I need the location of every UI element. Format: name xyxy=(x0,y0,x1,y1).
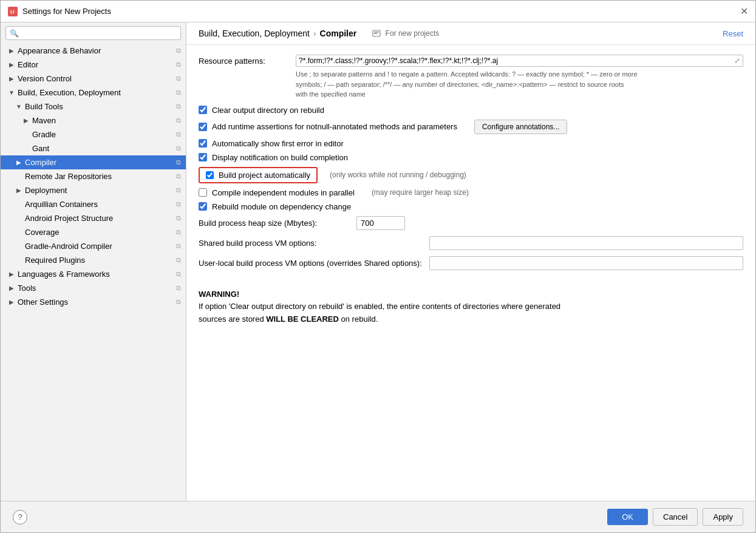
bottom-left: ? xyxy=(13,510,27,525)
configure-annotations-button[interactable]: Configure annotations... xyxy=(474,120,567,134)
checkbox-rebuild-dependency-label: Rebuild module on dependency change xyxy=(212,202,351,211)
checkbox-rebuild-dependency[interactable] xyxy=(199,202,207,211)
arrow-compiler: ▶ xyxy=(15,159,22,166)
copy-icon-other-settings[interactable]: ⧉ xyxy=(176,298,181,306)
resource-patterns-input[interactable] xyxy=(299,56,732,65)
sidebar-item-build-tools[interactable]: ▼ Build Tools ⧉ xyxy=(1,100,186,114)
copy-icon-deployment[interactable]: ⧉ xyxy=(176,186,181,194)
close-button[interactable]: ✕ xyxy=(740,7,748,16)
sidebar-label-other-settings: Other Settings xyxy=(18,297,68,307)
sidebar-item-coverage[interactable]: ▶ Coverage ⧉ xyxy=(1,225,186,239)
warning-text: If option 'Clear output directory on reb… xyxy=(199,300,743,326)
sidebar-item-other-settings[interactable]: ▶ Other Settings ⧉ xyxy=(1,295,186,309)
sidebar-label-required-plugins: Required Plugins xyxy=(25,256,85,265)
copy-icon-arquillian[interactable]: ⧉ xyxy=(176,200,181,208)
sidebar-item-gradle[interactable]: ▶ Gradle ⧉ xyxy=(1,127,186,141)
resource-patterns-input-box: ⤢ xyxy=(296,55,743,67)
cancel-button[interactable]: Cancel xyxy=(653,508,698,526)
app-icon: IJ xyxy=(8,7,18,16)
arrow-appearance: ▶ xyxy=(8,47,15,54)
reset-link[interactable]: Reset xyxy=(723,29,743,38)
warning-title: WARNING! xyxy=(199,288,743,301)
arrow-editor: ▶ xyxy=(8,61,15,68)
compile-parallel-note: (may require larger heap size) xyxy=(372,188,469,197)
sidebar-item-maven[interactable]: ▶ Maven ⧉ xyxy=(1,114,186,127)
sidebar-item-arquillian[interactable]: ▶ Arquillian Containers ⧉ xyxy=(1,197,186,211)
checkbox-runtime-assertions-label: Add runtime assertions for notnull-annot… xyxy=(212,122,457,131)
ok-button[interactable]: OK xyxy=(607,509,648,525)
bottom-bar: ? OK Cancel Apply xyxy=(1,501,755,532)
user-vm-input[interactable] xyxy=(429,256,743,270)
checkbox-runtime-assertions-row: Add runtime assertions for notnull-annot… xyxy=(199,120,743,134)
copy-icon-languages[interactable]: ⧉ xyxy=(176,270,181,278)
sidebar-item-remote-jar[interactable]: ▶ Remote Jar Repositories ⧉ xyxy=(1,169,186,183)
arrow-tools: ▶ xyxy=(8,285,15,291)
sidebar-item-build-execution[interactable]: ▼ Build, Execution, Deployment ⧉ xyxy=(1,86,186,100)
checkbox-compile-parallel-label: Compile independent modules in parallel xyxy=(212,188,355,197)
sidebar: 🔍 ▶ Appearance & Behavior ⧉ ▶ Editor ⧉ xyxy=(1,22,186,501)
sidebar-label-gradle: Gradle xyxy=(32,130,56,139)
copy-icon-required-plugins[interactable]: ⧉ xyxy=(176,256,181,264)
checkbox-show-first-error[interactable] xyxy=(199,139,207,148)
breadcrumb-separator: › xyxy=(313,29,316,38)
resource-patterns-row: Resource patterns: ⤢ Use ; to separate p… xyxy=(199,55,743,100)
arrow-maven: ▶ xyxy=(22,117,30,124)
checkbox-show-first-error-label: Automatically show first error in editor xyxy=(212,139,344,148)
resource-patterns-input-wrap: ⤢ Use ; to separate patterns and ! to ne… xyxy=(296,55,743,100)
search-input[interactable] xyxy=(21,29,177,38)
checkbox-rebuild-dependency-row: Rebuild module on dependency change xyxy=(199,202,743,211)
sidebar-label-arquillian: Arquillian Containers xyxy=(25,200,98,209)
copy-icon-tools[interactable]: ⧉ xyxy=(176,284,181,292)
breadcrumb: Build, Execution, Deployment › Compiler … xyxy=(199,29,439,38)
sidebar-item-required-plugins[interactable]: ▶ Required Plugins ⧉ xyxy=(1,253,186,267)
sidebar-item-languages[interactable]: ▶ Languages & Frameworks ⧉ xyxy=(1,267,186,281)
sidebar-item-compiler[interactable]: ▶ Compiler ⧉ xyxy=(1,155,186,169)
search-box[interactable]: 🔍 xyxy=(5,26,181,40)
build-automatically-highlight-box: Build project automatically xyxy=(199,167,318,183)
copy-icon-editor[interactable]: ⧉ xyxy=(176,61,181,69)
sidebar-item-android-project[interactable]: ▶ Android Project Structure ⧉ xyxy=(1,211,186,225)
svg-rect-3 xyxy=(374,32,379,33)
copy-icon-remote-jar[interactable]: ⧉ xyxy=(176,172,181,180)
checkbox-build-automatically[interactable] xyxy=(206,171,214,179)
expand-resource-icon[interactable]: ⤢ xyxy=(734,56,740,65)
copy-icon-maven[interactable]: ⧉ xyxy=(176,117,181,124)
copy-icon-gradle[interactable]: ⧉ xyxy=(176,131,181,138)
shared-vm-input[interactable] xyxy=(429,236,743,250)
sidebar-item-editor[interactable]: ▶ Editor ⧉ xyxy=(1,58,186,72)
copy-icon-compiler[interactable]: ⧉ xyxy=(176,158,181,166)
copy-icon-android-project[interactable]: ⧉ xyxy=(176,214,181,222)
copy-icon-appearance[interactable]: ⧉ xyxy=(176,47,181,55)
sidebar-item-version-control[interactable]: ▶ Version Control ⧉ xyxy=(1,72,186,86)
resource-patterns-hint: Use ; to separate patterns and ! to nega… xyxy=(296,69,743,100)
copy-icon-coverage[interactable]: ⧉ xyxy=(176,228,181,236)
sidebar-label-build-tools: Build Tools xyxy=(25,102,63,111)
arrow-build-tools: ▼ xyxy=(15,103,22,110)
breadcrumb-child: Compiler xyxy=(320,29,357,38)
sidebar-item-gant[interactable]: ▶ Gant ⧉ xyxy=(1,141,186,155)
arrow-build-execution: ▼ xyxy=(8,89,15,96)
svg-text:IJ: IJ xyxy=(10,9,15,15)
copy-icon-build-tools[interactable]: ⧉ xyxy=(176,103,181,110)
build-automatically-note: (only works while not running / debuggin… xyxy=(330,171,466,179)
heap-size-input[interactable] xyxy=(356,216,405,230)
shared-vm-label: Shared build process VM options: xyxy=(199,239,429,248)
shared-vm-row: Shared build process VM options: xyxy=(199,236,743,250)
apply-button[interactable]: Apply xyxy=(703,508,743,526)
copy-icon-gant[interactable]: ⧉ xyxy=(176,144,181,152)
checkbox-clear-output-row: Clear output directory on rebuild xyxy=(199,106,743,115)
copy-icon-build-execution[interactable]: ⧉ xyxy=(176,89,181,97)
checkbox-display-notification[interactable] xyxy=(199,153,207,161)
sidebar-item-appearance[interactable]: ▶ Appearance & Behavior ⧉ xyxy=(1,44,186,58)
checkbox-runtime-assertions[interactable] xyxy=(199,123,207,131)
user-vm-label: User-local build process VM options (ove… xyxy=(199,259,429,268)
checkbox-compile-parallel[interactable] xyxy=(199,188,207,197)
copy-icon-gradle-android[interactable]: ⧉ xyxy=(176,242,181,250)
copy-icon-version-control[interactable]: ⧉ xyxy=(176,75,181,83)
sidebar-item-tools[interactable]: ▶ Tools ⧉ xyxy=(1,281,186,295)
checkbox-clear-output[interactable] xyxy=(199,106,207,114)
help-button[interactable]: ? xyxy=(13,510,27,525)
checkbox-compile-parallel-row: Compile independent modules in parallel … xyxy=(199,188,743,197)
sidebar-item-deployment[interactable]: ▶ Deployment ⧉ xyxy=(1,183,186,197)
sidebar-item-gradle-android[interactable]: ▶ Gradle-Android Compiler ⧉ xyxy=(1,239,186,253)
